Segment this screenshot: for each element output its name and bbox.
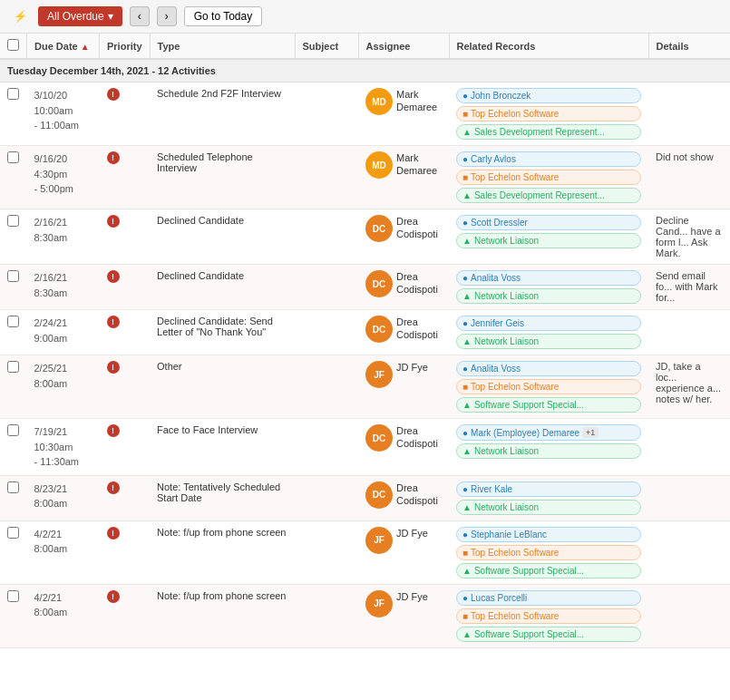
row-subject-extra [295, 520, 358, 584]
avatar: MD [365, 151, 393, 179]
row-date: 7/19/2110:30am- 11:30am [27, 419, 100, 476]
row-details [648, 584, 730, 647]
related-badge[interactable]: ●Analita Voss [456, 270, 641, 286]
row-checkbox[interactable] [7, 361, 19, 373]
row-checkbox[interactable] [7, 270, 19, 282]
row-related: ●Lucas Porcelli■Top Echelon Software▲Sof… [449, 584, 648, 647]
related-badge[interactable]: ▲Software Support Special... [456, 627, 641, 642]
table-row: 4/2/218:00am!Note: f/up from phone scree… [0, 520, 730, 584]
next-button[interactable]: › [157, 6, 177, 26]
row-subject: Declined Candidate [150, 209, 295, 265]
row-checkbox[interactable] [7, 424, 19, 436]
header-subject[interactable]: Subject [295, 34, 358, 59]
row-priority: ! [100, 146, 151, 209]
row-checkbox-cell [0, 310, 27, 355]
header-due-date[interactable]: Due Date ▲ [27, 34, 100, 59]
priority-icon: ! [107, 88, 120, 101]
row-checkbox[interactable] [7, 316, 19, 327]
row-related: ●Carly Avlos■Top Echelon Software▲Sales … [449, 146, 648, 209]
avatar: DC [365, 316, 393, 343]
row-checkbox-cell [0, 265, 27, 310]
row-checkbox[interactable] [7, 590, 19, 602]
row-related: ●Analita Voss▲Network Liaison [449, 265, 648, 310]
row-subject-extra [295, 83, 358, 146]
related-badge[interactable]: ■Top Echelon Software [456, 545, 641, 560]
table-row: 2/16/218:30am!Declined CandidateDCDrea C… [0, 265, 730, 310]
row-subject-extra [295, 310, 358, 355]
table-row: 4/2/218:00am!Note: f/up from phone scree… [0, 584, 730, 647]
toolbar: ⚡ All Overdue ‹ › Go to Today [0, 0, 730, 34]
row-assignee: MDMark Demaree [358, 83, 449, 146]
table-header-row: Due Date ▲ Priority Type Subject Assigne… [0, 34, 730, 59]
prev-button[interactable]: ‹ [130, 6, 150, 26]
row-subject-extra [295, 475, 358, 520]
row-subject-extra [295, 355, 358, 419]
row-details [648, 419, 730, 476]
header-priority[interactable]: Priority [100, 34, 151, 59]
select-all-checkbox[interactable] [7, 39, 19, 51]
related-badge[interactable]: ▲Network Liaison [456, 233, 641, 248]
header-assignee[interactable]: Assignee [358, 34, 449, 59]
related-badge[interactable]: ■Top Echelon Software [456, 608, 641, 624]
header-related[interactable]: Related Records [449, 34, 648, 59]
row-priority: ! [100, 584, 151, 647]
filter-label: All Overdue [47, 10, 104, 23]
table-row: 8/23/218:00am!Note: Tentatively Schedule… [0, 475, 730, 520]
row-checkbox[interactable] [7, 88, 19, 100]
priority-icon: ! [107, 215, 120, 228]
row-subject: Scheduled Telephone Interview [150, 146, 295, 209]
related-badge[interactable]: ▲Network Liaison [456, 288, 641, 304]
avatar: JF [365, 361, 393, 388]
row-subject-extra [295, 265, 358, 310]
row-priority: ! [100, 83, 151, 146]
related-badge[interactable]: ▲Network Liaison [456, 500, 641, 515]
header-details[interactable]: Details [648, 34, 730, 59]
related-badge[interactable]: ●Scott Dressler [456, 215, 641, 230]
row-priority: ! [100, 419, 151, 476]
related-badge[interactable]: ▲Software Support Special... [456, 563, 641, 578]
related-badge[interactable]: ▲Software Support Special... [456, 397, 641, 413]
row-details: Send email fo... with Mark for... [648, 265, 730, 310]
related-badge[interactable]: ▲Sales Development Represent... [456, 188, 641, 203]
row-checkbox[interactable] [7, 151, 19, 163]
today-button[interactable]: Go to Today [184, 6, 263, 26]
related-badge[interactable]: ●Lucas Porcelli [456, 590, 641, 606]
row-checkbox-cell [0, 209, 27, 265]
row-details [648, 310, 730, 355]
related-badge[interactable]: ▲Network Liaison [456, 443, 641, 459]
row-checkbox[interactable] [7, 527, 19, 539]
related-badge[interactable]: ●Mark (Employee) Demaree+1 [456, 424, 641, 441]
row-date: 8/23/218:00am [27, 475, 100, 520]
row-assignee: JFJD Fye [358, 584, 449, 647]
row-date: 9/16/204:30pm- 5:00pm [27, 146, 100, 209]
related-badge[interactable]: ■Top Echelon Software [456, 379, 641, 394]
related-badge[interactable]: ●John Bronczek [456, 88, 641, 103]
row-subject: Declined Candidate [150, 265, 295, 310]
row-related: ●River Kale▲Network Liaison [449, 475, 648, 520]
header-checkbox[interactable] [0, 34, 27, 59]
row-checkbox-cell [0, 584, 27, 647]
row-checkbox[interactable] [7, 215, 19, 227]
related-badge[interactable]: ●River Kale [456, 481, 641, 497]
row-priority: ! [100, 520, 151, 584]
avatar: DC [365, 424, 393, 452]
row-checkbox[interactable] [7, 481, 19, 493]
related-badge[interactable]: ●Jennifer Geis [456, 316, 641, 331]
related-badge[interactable]: ▲Sales Development Represent... [456, 124, 641, 140]
table-row: 2/25/218:00am!OtherJFJD Fye●Analita Voss… [0, 355, 730, 419]
related-badge[interactable]: ●Analita Voss [456, 361, 641, 376]
filter-dropdown[interactable]: All Overdue [38, 6, 122, 26]
related-badge[interactable]: ●Stephanie LeBlanc [456, 527, 641, 542]
related-badge[interactable]: ■Top Echelon Software [456, 106, 641, 122]
row-assignee: MDMark Demaree [358, 146, 449, 209]
related-badge[interactable]: ●Carly Avlos [456, 151, 641, 167]
app-icon: ⚡ [9, 5, 31, 27]
related-badge[interactable]: ▲Network Liaison [456, 334, 641, 349]
row-priority: ! [100, 209, 151, 265]
priority-icon: ! [107, 361, 120, 374]
row-priority: ! [100, 310, 151, 355]
related-badge[interactable]: ■Top Echelon Software [456, 170, 641, 185]
row-related: ●John Bronczek■Top Echelon Software▲Sale… [449, 83, 648, 146]
priority-icon: ! [107, 151, 120, 164]
header-type[interactable]: Type [150, 34, 295, 59]
